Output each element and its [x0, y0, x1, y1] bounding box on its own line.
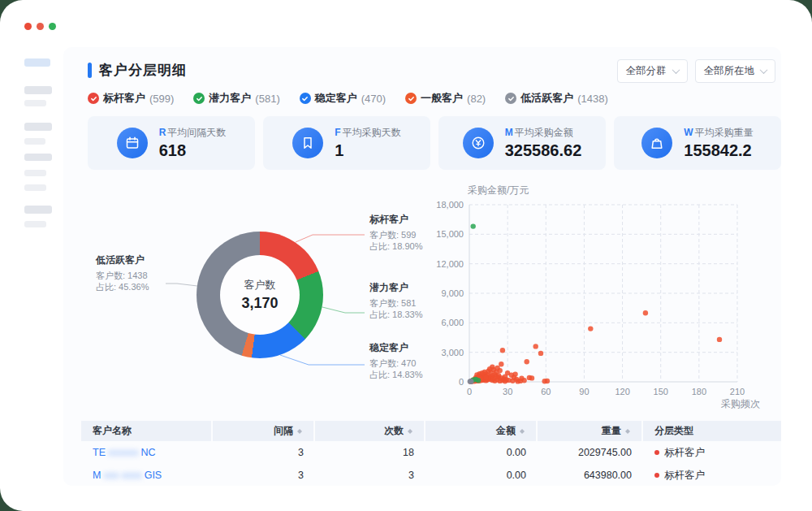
- redacted-text: xxxxxx: [108, 447, 139, 458]
- window-controls: [24, 23, 56, 30]
- svg-text:6,000: 6,000: [441, 318, 464, 327]
- sort-icon: [297, 427, 302, 436]
- svg-text:180: 180: [692, 387, 706, 396]
- column-header-weight[interactable]: 重量: [538, 421, 643, 441]
- sidebar-item[interactable]: [24, 221, 46, 227]
- customer-name-link[interactable]: Mxxx xxxxGIS: [93, 470, 162, 481]
- minimize-button[interactable]: [37, 23, 44, 30]
- svg-text:18,000: 18,000: [436, 200, 464, 210]
- cell-interval: 3: [213, 447, 315, 458]
- app-window: 客户分层明细 全部分群 全部所在地 标杆客户 (599) 潜力客户 (581): [0, 0, 812, 511]
- sidebar-item[interactable]: [24, 184, 46, 191]
- cell-times: 3: [315, 470, 425, 481]
- sort-icon: [520, 427, 525, 436]
- column-header-type: 分层类型: [643, 421, 781, 441]
- cell-weight: 2029745.00: [538, 447, 643, 458]
- column-header-times[interactable]: 次数: [315, 421, 425, 441]
- svg-text:150: 150: [654, 387, 668, 396]
- sidebar-item[interactable]: [24, 123, 52, 131]
- svg-text:9,000: 9,000: [441, 288, 464, 298]
- cell-interval: 3: [213, 470, 315, 481]
- svg-text:30: 30: [503, 387, 512, 396]
- redacted-text: xxx xxxx: [103, 470, 141, 481]
- scatter-chart[interactable]: 03,0006,0009,00012,00015,00018,000030609…: [63, 47, 781, 486]
- column-header-name: 客户名称: [81, 421, 213, 441]
- svg-text:210: 210: [730, 387, 745, 396]
- sort-icon: [625, 427, 630, 436]
- svg-text:0: 0: [467, 387, 472, 396]
- customer-table: 客户名称 间隔 次数 金额 重量 分层类型 TExxxxxxNC 3 18 0.…: [81, 421, 781, 487]
- zoom-button[interactable]: [49, 23, 56, 30]
- column-header-amount[interactable]: 金额: [425, 421, 538, 441]
- svg-text:3,000: 3,000: [441, 348, 464, 357]
- cell-weight: 643980.00: [538, 470, 643, 481]
- type-dot-icon: [654, 450, 659, 455]
- svg-text:90: 90: [579, 387, 589, 396]
- sidebar-item[interactable]: [24, 170, 46, 176]
- table-header: 客户名称 间隔 次数 金额 重量 分层类型: [81, 421, 781, 441]
- cell-times: 18: [315, 447, 425, 458]
- svg-text:12,000: 12,000: [436, 259, 464, 269]
- sort-icon: [408, 427, 412, 436]
- close-button[interactable]: [24, 23, 32, 30]
- table-row: Mxxx xxxxGIS 3 3 0.00 643980.00 标杆客户: [81, 464, 781, 487]
- sidebar-item-active[interactable]: [24, 58, 50, 67]
- sidebar-item[interactable]: [24, 206, 52, 214]
- main-panel: 客户分层明细 全部分群 全部所在地 标杆客户 (599) 潜力客户 (581): [63, 47, 781, 486]
- svg-text:120: 120: [615, 387, 629, 396]
- svg-text:采购金额/万元: 采购金额/万元: [468, 184, 529, 196]
- cell-amount: 0.00: [425, 447, 538, 458]
- svg-text:采购频次: 采购频次: [721, 398, 760, 409]
- table-row: TExxxxxxNC 3 18 0.00 2029745.00 标杆客户: [81, 441, 781, 464]
- column-header-interval[interactable]: 间隔: [213, 421, 315, 441]
- sidebar-item[interactable]: [24, 138, 45, 145]
- type-dot-icon: [654, 473, 659, 478]
- svg-text:15,000: 15,000: [436, 229, 464, 239]
- cell-amount: 0.00: [425, 470, 538, 481]
- cell-type: 标杆客户: [643, 446, 781, 460]
- sidebar-item[interactable]: [24, 100, 46, 106]
- sidebar-item[interactable]: [24, 154, 52, 161]
- customer-name-link[interactable]: TExxxxxxNC: [93, 447, 156, 458]
- cell-type: 标杆客户: [643, 469, 781, 483]
- svg-text:0: 0: [459, 377, 464, 387]
- svg-text:60: 60: [541, 387, 551, 396]
- sidebar-item[interactable]: [24, 86, 52, 94]
